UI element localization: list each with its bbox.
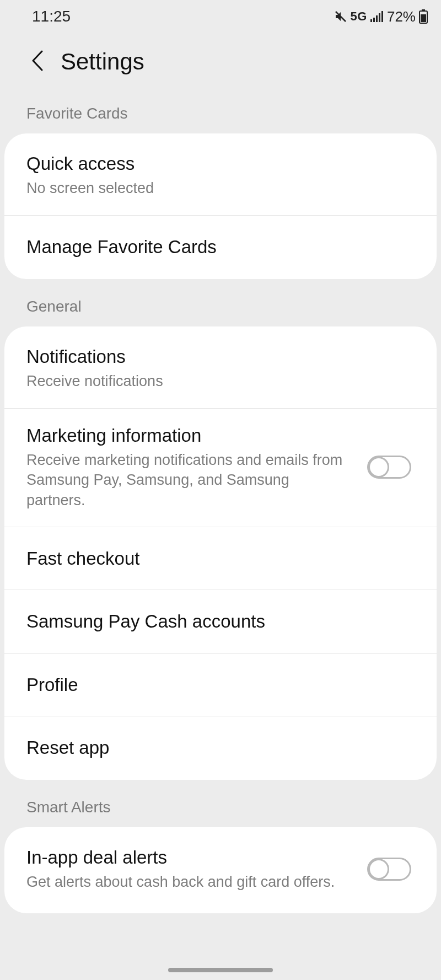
back-button[interactable] — [28, 52, 47, 72]
row-title: Marketing information — [26, 424, 351, 447]
battery-icon — [419, 9, 428, 24]
row-title: Manage Favorite Cards — [26, 235, 415, 258]
row-title: Reset app — [26, 736, 415, 759]
row-title: In-app deal alerts — [26, 846, 351, 869]
svg-rect-4 — [379, 13, 380, 22]
smart-alerts-group: In-app deal alerts Get alerts about cash… — [4, 827, 437, 913]
row-manage-favorite-cards[interactable]: Manage Favorite Cards — [4, 215, 437, 279]
mute-icon — [334, 10, 347, 23]
battery-percentage: 72% — [387, 8, 416, 25]
section-label-general: General — [0, 279, 441, 326]
svg-rect-1 — [370, 19, 372, 22]
signal-icon — [370, 11, 384, 22]
row-title: Profile — [26, 673, 415, 696]
row-samsung-pay-cash-accounts[interactable]: Samsung Pay Cash accounts — [4, 590, 437, 652]
status-bar: 11:25 5G 72% — [0, 0, 441, 33]
marketing-toggle[interactable] — [367, 456, 411, 479]
header: Settings — [0, 33, 441, 95]
general-group: Notifications Receive notifications Mark… — [4, 326, 437, 780]
svg-rect-2 — [373, 18, 375, 22]
row-subtitle: Get alerts about cash back and gift card… — [26, 872, 351, 892]
row-subtitle: No screen selected — [26, 178, 415, 198]
network-label: 5G — [351, 9, 367, 24]
row-title: Fast checkout — [26, 547, 415, 570]
row-subtitle: Receive marketing notifications and emai… — [26, 450, 351, 510]
svg-rect-5 — [381, 11, 383, 22]
row-notifications[interactable]: Notifications Receive notifications — [4, 326, 437, 408]
favorite-cards-group: Quick access No screen selected Manage F… — [4, 133, 437, 279]
svg-rect-8 — [421, 14, 426, 22]
status-right: 5G 72% — [334, 8, 428, 25]
chevron-left-icon — [31, 50, 44, 73]
section-label-smart-alerts: Smart Alerts — [0, 780, 441, 827]
row-title: Notifications — [26, 345, 415, 368]
row-reset-app[interactable]: Reset app — [4, 716, 437, 780]
row-fast-checkout[interactable]: Fast checkout — [4, 527, 437, 590]
svg-rect-3 — [376, 15, 378, 22]
deal-alerts-toggle[interactable] — [367, 858, 411, 881]
row-subtitle: Receive notifications — [26, 371, 415, 391]
section-label-favorite-cards: Favorite Cards — [0, 95, 441, 133]
row-title: Quick access — [26, 152, 415, 175]
gesture-handle — [168, 968, 273, 972]
status-time: 11:25 — [32, 8, 71, 25]
row-title: Samsung Pay Cash accounts — [26, 610, 415, 633]
row-in-app-deal-alerts[interactable]: In-app deal alerts Get alerts about cash… — [4, 827, 437, 913]
row-profile[interactable]: Profile — [4, 653, 437, 716]
row-quick-access[interactable]: Quick access No screen selected — [4, 133, 437, 215]
page-title: Settings — [61, 49, 144, 75]
row-marketing-information[interactable]: Marketing information Receive marketing … — [4, 408, 437, 527]
